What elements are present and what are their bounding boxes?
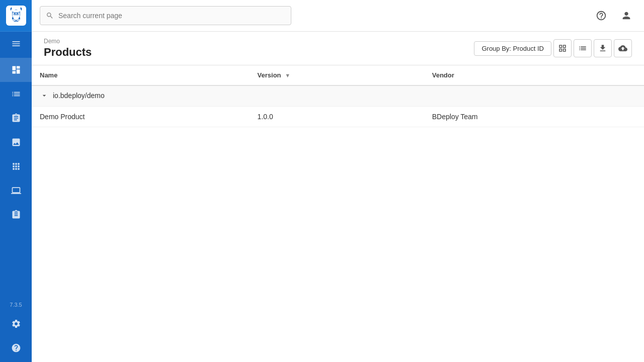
group-label: io.bdeploy/demo: [53, 92, 105, 100]
sidebar-item-monitor[interactable]: [0, 178, 32, 203]
svg-point-11: [14, 13, 15, 14]
table-group-row: io.bdeploy/demo: [32, 85, 644, 107]
sidebar-item-help[interactable]: [0, 336, 32, 360]
sidebar-item-apps[interactable]: [0, 154, 32, 178]
svg-point-12: [17, 13, 18, 14]
sidebar-nav: [0, 56, 32, 298]
cell-name: Demo Product: [32, 107, 250, 127]
toolbar: Group By: Product ID: [474, 39, 632, 57]
page-title-section: Demo Products: [44, 38, 92, 59]
breadcrumb: Demo: [44, 38, 92, 45]
table-body: io.bdeploy/demo Demo Product 1.0.0 BDepl…: [32, 85, 644, 127]
table-header: Name Version ▼ Vendor: [32, 65, 644, 85]
sidebar-item-dashboard[interactable]: [0, 58, 32, 82]
search-container: [40, 6, 291, 25]
cloud-upload-button[interactable]: [614, 39, 632, 57]
version-label: 7.3.5: [10, 298, 22, 312]
import-button[interactable]: [594, 39, 612, 57]
header: [32, 0, 644, 32]
sidebar-item-tasks[interactable]: [0, 106, 32, 130]
group-toggle[interactable]: io.bdeploy/demo: [40, 91, 105, 100]
main-content: Demo Products Group By: Product ID: [32, 0, 644, 362]
sidebar: 7.3.5: [0, 0, 32, 362]
page-header: Demo Products Group By: Product ID: [32, 32, 644, 65]
search-icon: [46, 12, 54, 20]
help-button[interactable]: [592, 6, 611, 25]
grid-view-button[interactable]: [553, 39, 572, 57]
cell-vendor: BDeploy Team: [424, 107, 644, 127]
search-input[interactable]: [40, 6, 291, 25]
products-table: Name Version ▼ Vendor: [32, 65, 644, 127]
table-row: Demo Product 1.0.0 BDeploy Team: [32, 107, 644, 127]
list-view-button[interactable]: [574, 39, 592, 57]
page-content: Demo Products Group By: Product ID: [32, 32, 644, 362]
group-by-button[interactable]: Group By: Product ID: [474, 41, 551, 56]
sidebar-item-list[interactable]: [0, 82, 32, 106]
sidebar-item-settings[interactable]: [0, 312, 32, 336]
column-vendor: Vendor: [424, 65, 644, 85]
menu-button[interactable]: [0, 32, 32, 56]
column-version[interactable]: Version ▼: [250, 65, 424, 85]
app-logo: [6, 6, 26, 26]
column-name: Name: [32, 65, 250, 85]
page-title: Products: [44, 46, 92, 59]
user-button[interactable]: [617, 6, 636, 25]
sidebar-bottom: 7.3.5: [0, 298, 32, 362]
table-container: Name Version ▼ Vendor: [32, 65, 644, 127]
sort-arrow-version: ▼: [285, 72, 290, 78]
sidebar-logo: [0, 0, 32, 32]
chevron-down-icon: [40, 91, 49, 100]
cell-version: 1.0.0: [250, 107, 424, 127]
sidebar-item-clipboard[interactable]: [0, 203, 32, 227]
sidebar-item-gallery[interactable]: [0, 130, 32, 154]
